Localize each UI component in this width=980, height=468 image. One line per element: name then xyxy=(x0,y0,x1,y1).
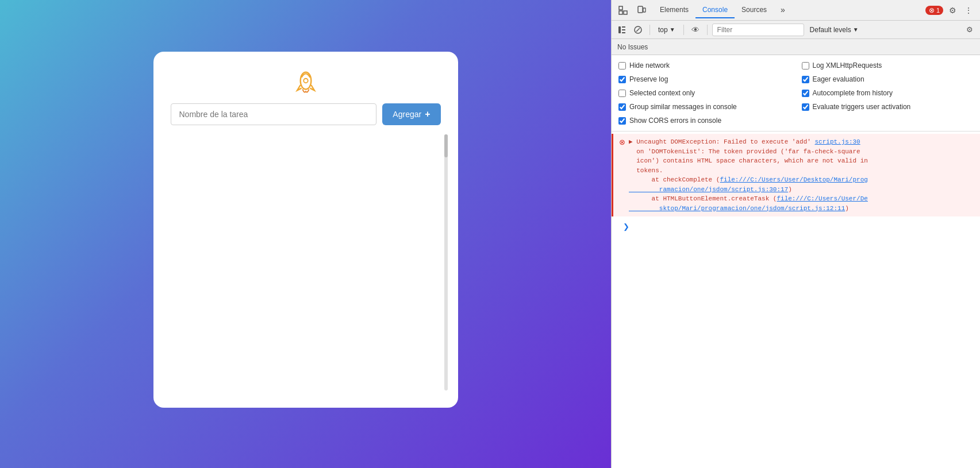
hide-network-label[interactable]: Hide network xyxy=(629,61,670,69)
tab-sources[interactable]: Sources xyxy=(735,2,774,18)
scrollbar-thumb[interactable] xyxy=(444,134,448,157)
add-button-plus: + xyxy=(425,109,430,119)
context-selector[interactable]: top ▼ xyxy=(655,25,679,35)
setting-log-xml: Log XMLHttpRequests xyxy=(802,60,974,71)
app-area: Agregar + xyxy=(0,0,611,468)
svg-rect-9 xyxy=(622,29,625,30)
eager-eval-label[interactable]: Eager evaluation xyxy=(813,75,864,83)
task-name-input[interactable] xyxy=(171,103,377,125)
svg-rect-7 xyxy=(618,26,621,33)
error-message-text: ▶ Uncaught DOMException: Failed to execu… xyxy=(629,137,975,213)
toolbar-sep-2 xyxy=(683,25,684,35)
error-circle-icon: ⊗ xyxy=(619,138,625,146)
eager-eval-checkbox[interactable] xyxy=(802,76,809,83)
svg-point-0 xyxy=(300,72,311,90)
sidebar-toggle-button[interactable] xyxy=(615,23,629,37)
svg-rect-4 xyxy=(619,11,622,14)
tab-console[interactable]: Console xyxy=(695,2,735,18)
selected-context-checkbox[interactable] xyxy=(618,90,626,97)
eval-triggers-label[interactable]: Evaluate triggers user activation xyxy=(813,103,911,111)
levels-label: Default levels xyxy=(810,26,851,34)
svg-rect-8 xyxy=(622,26,625,28)
inspect-element-button[interactable] xyxy=(616,3,630,17)
devtools-right-icons: ⊗ 1 ⚙ ⋮ xyxy=(925,3,975,17)
console-output[interactable]: ⊗ ▶ Uncaught DOMException: Failed to exe… xyxy=(612,131,980,468)
log-xml-label[interactable]: Log XMLHttpRequests xyxy=(813,61,882,69)
setting-group-similar: Group similar messages in console xyxy=(618,101,790,113)
preserve-log-checkbox[interactable] xyxy=(618,76,626,83)
autocomplete-checkbox[interactable] xyxy=(802,90,809,97)
setting-eager-eval: Eager evaluation xyxy=(802,74,974,85)
error-badge: ⊗ 1 xyxy=(925,6,943,15)
clear-console-button[interactable] xyxy=(631,23,645,37)
eye-icon-button[interactable]: 👁 xyxy=(689,23,702,37)
group-similar-checkbox[interactable] xyxy=(618,103,626,111)
console-expand-arrow[interactable]: ❯ xyxy=(617,220,635,233)
scrollbar[interactable] xyxy=(444,134,448,390)
log-levels-selector[interactable]: Default levels ▼ xyxy=(806,25,862,35)
device-toolbar-button[interactable] xyxy=(635,3,648,17)
devtools-toolbar: top ▼ 👁 Default levels ▼ ⚙ xyxy=(612,21,980,39)
svg-rect-10 xyxy=(622,32,625,33)
task-form: Agregar + xyxy=(171,103,441,125)
setting-eval-triggers: Evaluate triggers user activation xyxy=(802,101,974,113)
log-xml-checkbox[interactable] xyxy=(802,62,809,69)
task-list xyxy=(171,134,441,390)
levels-chevron: ▼ xyxy=(853,26,859,33)
tab-elements[interactable]: Elements xyxy=(653,2,695,18)
setting-preserve-log: Preserve log xyxy=(618,74,790,85)
devtools-tabs: Elements Console Sources » xyxy=(653,2,921,19)
top-chevron: ▼ xyxy=(670,26,675,33)
hide-network-checkbox[interactable] xyxy=(618,62,626,69)
rocket-icon xyxy=(290,69,322,103)
show-cors-label[interactable]: Show CORS errors in console xyxy=(629,117,721,125)
settings-empty-cell xyxy=(802,115,974,126)
setting-selected-context: Selected context only xyxy=(618,87,790,99)
preserve-log-label[interactable]: Preserve log xyxy=(629,75,668,83)
error-entry: ⊗ ▶ Uncaught DOMException: Failed to exe… xyxy=(612,134,980,216)
svg-rect-2 xyxy=(619,6,622,10)
selected-context-label[interactable]: Selected context only xyxy=(629,89,695,97)
add-button-label: Agregar xyxy=(393,110,421,119)
top-label: top xyxy=(658,26,668,34)
eval-triggers-checkbox[interactable] xyxy=(802,103,809,111)
devtools-topbar: Elements Console Sources » ⊗ 1 ⚙ ⋮ xyxy=(612,0,980,21)
group-similar-label[interactable]: Group similar messages in console xyxy=(629,103,737,111)
setting-hide-network: Hide network xyxy=(618,60,790,71)
svg-rect-6 xyxy=(643,8,645,12)
svg-line-12 xyxy=(636,28,640,32)
autocomplete-label[interactable]: Autocomplete from history xyxy=(813,89,893,97)
no-issues-bar: No Issues xyxy=(612,39,980,55)
console-settings-button[interactable]: ⚙ xyxy=(963,23,977,37)
app-card: Agregar + xyxy=(153,52,458,408)
filter-input[interactable] xyxy=(712,24,804,36)
toolbar-sep-1 xyxy=(650,25,650,35)
console-prompt-row: ❯ xyxy=(612,216,980,237)
tab-more[interactable]: » xyxy=(774,2,792,19)
setting-show-cors: Show CORS errors in console xyxy=(618,115,790,126)
show-cors-checkbox[interactable] xyxy=(618,117,626,125)
svg-rect-5 xyxy=(638,6,643,13)
devtools-panel: Elements Console Sources » ⊗ 1 ⚙ ⋮ top ▼ xyxy=(611,0,980,468)
no-issues-label: No Issues xyxy=(617,43,648,51)
devtools-settings-button[interactable]: ⚙ xyxy=(946,3,959,17)
error-link-script[interactable]: script.js:30 xyxy=(814,138,860,145)
add-task-button[interactable]: Agregar + xyxy=(382,103,440,125)
devtools-more-button[interactable]: ⋮ xyxy=(962,3,975,17)
console-settings-panel: Hide network Log XMLHttpRequests Preserv… xyxy=(612,55,980,131)
setting-autocomplete: Autocomplete from history xyxy=(802,87,974,99)
trace2-link[interactable]: file:///C:/Users/User/De sktop/Mari/prog… xyxy=(629,195,868,212)
trace1-link[interactable]: file:///C:/Users/User/Desktop/Mari/prog … xyxy=(629,176,868,193)
svg-rect-3 xyxy=(624,11,627,14)
toolbar-sep-3 xyxy=(707,25,708,35)
svg-point-1 xyxy=(303,79,308,83)
